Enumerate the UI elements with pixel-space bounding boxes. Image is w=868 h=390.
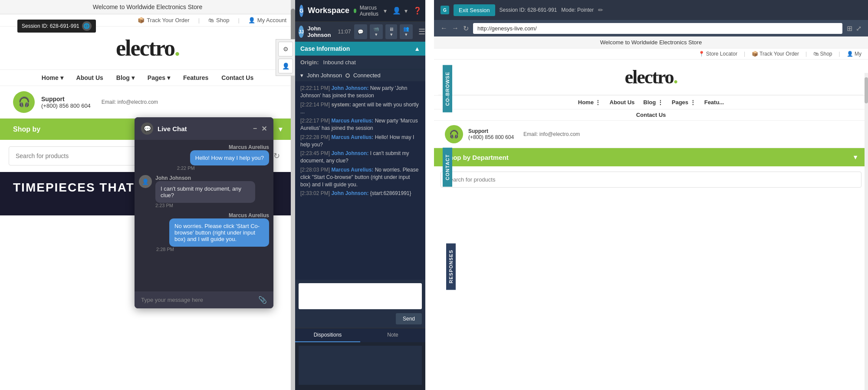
middle-panel: G Workspace Marcus Aurelius ▾ 👤 ▾ ❓ JJ J… bbox=[295, 0, 425, 390]
send-button[interactable]: Send bbox=[396, 313, 422, 324]
support-text: Support (+800) 856 800 604 bbox=[41, 96, 91, 109]
cb-shop[interactable]: 🛍 Shop bbox=[813, 51, 832, 57]
nav-features[interactable]: Features bbox=[183, 74, 208, 81]
nav-pages[interactable]: Pages ▾ bbox=[148, 74, 170, 81]
workspace-logo: G bbox=[299, 5, 303, 17]
mode-label: Mode: Pointer bbox=[561, 7, 594, 13]
cb-shop-dept[interactable]: Shop by Department ▾ bbox=[434, 148, 868, 166]
expand-icon[interactable]: ▾ bbox=[300, 72, 303, 79]
user-chevron[interactable]: ▾ bbox=[404, 7, 408, 14]
globe-icon: 🌐 bbox=[82, 21, 92, 31]
cb-track-order[interactable]: 📦 Track Your Order bbox=[752, 51, 799, 57]
nav-home[interactable]: Home ▾ bbox=[42, 74, 63, 81]
interaction-time: 11:07 bbox=[338, 29, 351, 35]
sender-1: Marcus Aurelius bbox=[177, 144, 269, 150]
cobrowse-content: Welcome to Worldwide Electronics Store 📍… bbox=[434, 36, 868, 390]
agent-chevron[interactable]: ▾ bbox=[384, 7, 387, 14]
nav-blog[interactable]: Blog ▾ bbox=[116, 74, 135, 81]
responses-tab[interactable]: RESPONSES bbox=[446, 243, 456, 290]
cobrowse-toolbar: ← → ↻ ⊞ ⤢ bbox=[434, 20, 868, 36]
track-order-link[interactable]: 📦 Track Your Order bbox=[138, 17, 190, 23]
cb-search-area bbox=[434, 166, 868, 193]
left-panel: Welcome to Worldwide Electronics Store 📦… bbox=[0, 0, 295, 390]
cb-nav-pages[interactable]: Pages ⋮ bbox=[672, 99, 696, 106]
forward-button[interactable]: → bbox=[452, 24, 459, 32]
help-icon[interactable]: ❓ bbox=[413, 7, 422, 15]
case-info-header: Case Information ▲ bbox=[295, 42, 425, 56]
back-button[interactable]: ← bbox=[441, 24, 447, 32]
time-1: 2:22 PM bbox=[177, 165, 269, 171]
cb-main-nav: Home ⋮ About Us Blog ⋮ Pages ⋮ Featu... bbox=[434, 95, 868, 109]
site-logo[interactable]: electro. bbox=[9, 35, 286, 61]
exit-session-button[interactable]: Exit Session bbox=[454, 4, 495, 16]
contact-tab[interactable]: CONTACT bbox=[443, 148, 452, 187]
cb-nav-about[interactable]: About Us bbox=[610, 99, 635, 106]
scroll-thumb[interactable] bbox=[291, 9, 295, 43]
support-email: Email: info@electro.com bbox=[102, 99, 158, 105]
cb-support-text: Support (+800) 856 800 604 bbox=[468, 128, 514, 140]
interaction-avatar: JJ bbox=[299, 26, 304, 38]
workspace-header: G Workspace Marcus Aurelius ▾ 👤 ▾ ❓ bbox=[295, 0, 425, 22]
chat-header-controls: − ✕ bbox=[253, 125, 267, 133]
tab-dispositions[interactable]: Dispositions bbox=[295, 328, 360, 342]
chat-footer: Type your message here 📎 bbox=[135, 291, 273, 308]
cb-nav-home[interactable]: Home ⋮ bbox=[578, 99, 601, 106]
right-scrollbar[interactable] bbox=[865, 73, 868, 390]
welcome-text: Welcome to Worldwide Electronics Store bbox=[93, 3, 202, 10]
chat-title: Live Chat bbox=[158, 125, 187, 132]
cb-contact-nav[interactable]: Contact Us bbox=[434, 109, 868, 121]
tabs-row: Dispositions Note bbox=[295, 328, 425, 342]
chat-input-placeholder[interactable]: Type your message here bbox=[141, 297, 203, 303]
my-account-link[interactable]: 👤 My Account bbox=[248, 17, 286, 23]
fullscreen-icon[interactable]: ⤢ bbox=[856, 24, 861, 33]
welcome-bar: Welcome to Worldwide Electronics Store bbox=[0, 0, 295, 14]
chat-header-icon: 💬 bbox=[141, 122, 153, 135]
cb-search-input[interactable] bbox=[441, 172, 861, 188]
people-btn[interactable]: 👥 ▾ bbox=[400, 24, 413, 39]
cb-support-icon: 🎧 bbox=[445, 125, 463, 143]
edit-icon[interactable]: ✏ bbox=[598, 7, 603, 13]
responses-textarea[interactable] bbox=[299, 346, 422, 385]
connected-dot bbox=[345, 73, 350, 78]
hamburger-btn[interactable]: ☰ bbox=[416, 27, 425, 36]
nav-about[interactable]: About Us bbox=[76, 74, 103, 81]
expand-icon[interactable]: ⊞ bbox=[847, 24, 852, 33]
cb-nav-featu[interactable]: Featu... bbox=[704, 99, 724, 106]
widget-btn-2[interactable]: 👤 bbox=[278, 59, 293, 73]
cobrowse-site: Welcome to Worldwide Electronics Store 📍… bbox=[434, 36, 868, 390]
widget-btn-1[interactable]: ⚙ bbox=[278, 42, 293, 56]
log-entry-1: [2:22:14 PM] system: agent will be with … bbox=[300, 101, 420, 116]
log-entry-0: [2:22:11 PM] John Johnson: New party 'Jo… bbox=[300, 85, 420, 99]
log-entry-6: [2:33:02 PM] John Johnson: {start:628691… bbox=[300, 190, 420, 197]
collapse-icon[interactable]: ▲ bbox=[414, 45, 420, 52]
cb-site-logo[interactable]: electro. bbox=[441, 66, 861, 88]
cb-email: Email: info@electro.com bbox=[523, 131, 580, 137]
agent-name: Marcus Aurelius bbox=[360, 5, 381, 17]
cobrowse-tab[interactable]: CO-BROWSE bbox=[443, 65, 452, 112]
video-btn[interactable]: 📹 ▾ bbox=[370, 24, 383, 39]
sender-3: Marcus Aurelius bbox=[156, 212, 269, 218]
log-entry-4: [2:23:45 PM] John Johnson: I can't submi… bbox=[300, 150, 420, 165]
right-scroll-thumb[interactable] bbox=[865, 77, 868, 103]
cb-nav-blog[interactable]: Blog ⋮ bbox=[643, 99, 663, 106]
nav-contact[interactable]: Contact Us bbox=[221, 74, 253, 81]
cb-support-bar: 🎧 Support (+800) 856 800 604 Email: info… bbox=[434, 121, 868, 148]
attachment-icon[interactable]: 📎 bbox=[258, 296, 267, 304]
chat-btn[interactable]: 💬 bbox=[354, 24, 367, 39]
log-entry-5: [2:28:03 PM] Marcus Aurelius: No worries… bbox=[300, 166, 420, 188]
url-bar[interactable] bbox=[473, 23, 842, 34]
cb-store-locator[interactable]: 📍 Store Locator bbox=[698, 51, 737, 57]
shop-link[interactable]: 🛍 Shop bbox=[208, 17, 229, 23]
user-icon[interactable]: 👤 bbox=[392, 7, 401, 15]
screen-btn[interactable]: 🖥 ▾ bbox=[385, 24, 397, 39]
cb-my[interactable]: 👤 My bbox=[847, 51, 861, 57]
cb-welcome-bar: Welcome to Worldwide Electronics Store bbox=[434, 36, 868, 49]
tab-note[interactable]: Note bbox=[360, 328, 425, 342]
reload-button[interactable]: ↻ bbox=[463, 24, 469, 33]
right-panel: G Exit Session Session ID: 628-691-991 M… bbox=[434, 0, 868, 390]
close-btn[interactable]: ✕ bbox=[261, 125, 267, 133]
minimize-btn[interactable]: − bbox=[253, 125, 257, 133]
main-nav: Home ▾ About Us Blog ▾ Pages ▾ Features … bbox=[0, 69, 295, 86]
live-chat-widget: 💬 Live Chat − ✕ Marcus Aurelius Hello! H… bbox=[135, 117, 273, 308]
chat-textarea[interactable] bbox=[299, 283, 422, 309]
